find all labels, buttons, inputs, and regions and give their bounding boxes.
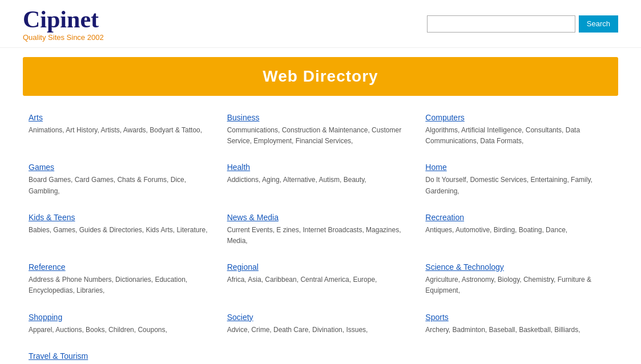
category-links-society: Advice, Crime, Death Care, Divination, I… — [227, 325, 414, 335]
category-title-science-technology[interactable]: Science & Technology — [425, 262, 504, 272]
category-block-games: GamesBoard Games, Card Games, Chats & Fo… — [23, 155, 221, 204]
category-block-computers: ComputersAlgorithms, Artificial Intellig… — [420, 105, 618, 155]
category-links-science-technology: Agriculture, Astronomy, Biology, Chemist… — [425, 274, 612, 296]
category-links-shopping: Apparel, Auctions, Books, Children, Coup… — [29, 325, 216, 335]
category-title-reference[interactable]: Reference — [29, 262, 66, 272]
category-block-reference: ReferenceAddress & Phone Numbers, Dictio… — [23, 254, 221, 304]
category-title-travel-tourism[interactable]: Travel & Tourism — [29, 351, 88, 361]
category-block-sports: SportsArchery, Badminton, Baseball, Bask… — [420, 305, 618, 343]
category-title-shopping[interactable]: Shopping — [29, 313, 62, 322]
category-title-health[interactable]: Health — [227, 163, 250, 172]
category-links-reference: Address & Phone Numbers, Dictionaries, E… — [29, 274, 216, 296]
category-block-health: HealthAddictions, Aging, Alternative, Au… — [221, 155, 420, 204]
category-title-business[interactable]: Business — [227, 113, 260, 122]
category-title-kids-teens[interactable]: Kids & Teens — [29, 213, 75, 222]
category-links-regional: Africa, Asia, Caribbean, Central America… — [227, 274, 414, 285]
category-title-games[interactable]: Games — [29, 163, 54, 172]
category-block-home: HomeDo It Yourself, Domestic Services, E… — [420, 155, 618, 204]
header: Cipinet Quality Sites Since 2002 Search — [0, 0, 641, 48]
category-block-arts: ArtsAnimations, Art History, Artists, Aw… — [23, 105, 221, 155]
logo-area: Cipinet Quality Sites Since 2002 — [23, 6, 104, 42]
category-links-home: Do It Yourself, Domestic Services, Enter… — [425, 175, 612, 196]
category-block-kids-teens: Kids & TeensBabies, Games, Guides & Dire… — [23, 205, 221, 254]
category-block-science-technology: Science & TechnologyAgriculture, Astrono… — [420, 254, 618, 304]
category-links-computers: Algorithms, Artificial Intelligence, Con… — [425, 125, 612, 147]
category-title-recreation[interactable]: Recreation — [425, 213, 464, 222]
banner: Web Directory — [23, 57, 618, 96]
category-title-regional[interactable]: Regional — [227, 262, 259, 272]
category-links-news-media: Current Events, E zines, Internet Broadc… — [227, 225, 414, 246]
category-links-recreation: Antiques, Automotive, Birding, Boating, … — [425, 225, 612, 236]
category-links-games: Board Games, Card Games, Chats & Forums,… — [29, 175, 216, 196]
category-block-news-media: News & MediaCurrent Events, E zines, Int… — [221, 205, 420, 254]
category-links-health: Addictions, Aging, Alternative, Autism, … — [227, 175, 414, 185]
search-area: Search — [427, 15, 618, 33]
banner-title: Web Directory — [33, 67, 608, 86]
category-block-travel-tourism: Travel & TourismAir Travel, Business Tra… — [23, 343, 221, 364]
category-title-arts[interactable]: Arts — [29, 113, 43, 122]
category-block-society: SocietyAdvice, Crime, Death Care, Divina… — [221, 305, 420, 343]
category-block-recreation: RecreationAntiques, Automotive, Birding,… — [420, 205, 618, 254]
directory-grid: ArtsAnimations, Art History, Artists, Aw… — [0, 105, 641, 364]
logo[interactable]: Cipinet — [23, 6, 104, 33]
category-title-computers[interactable]: Computers — [425, 113, 464, 122]
category-title-sports[interactable]: Sports — [425, 313, 448, 322]
search-button[interactable]: Search — [579, 15, 618, 33]
search-input[interactable] — [427, 15, 575, 33]
category-links-business: Communications, Construction & Maintenan… — [227, 125, 414, 147]
logo-tagline: Quality Sites Since 2002 — [23, 33, 104, 42]
category-block-regional: RegionalAfrica, Asia, Caribbean, Central… — [221, 254, 420, 304]
category-block-business: BusinessCommunications, Construction & M… — [221, 105, 420, 155]
category-links-kids-teens: Babies, Games, Guides & Directories, Kid… — [29, 225, 216, 236]
category-title-society[interactable]: Society — [227, 313, 253, 322]
category-links-sports: Archery, Badminton, Baseball, Basketball… — [425, 325, 612, 335]
category-title-home[interactable]: Home — [425, 163, 446, 172]
category-title-news-media[interactable]: News & Media — [227, 213, 279, 222]
category-links-arts: Animations, Art History, Artists, Awards… — [29, 125, 216, 136]
category-block-shopping: ShoppingApparel, Auctions, Books, Childr… — [23, 305, 221, 343]
